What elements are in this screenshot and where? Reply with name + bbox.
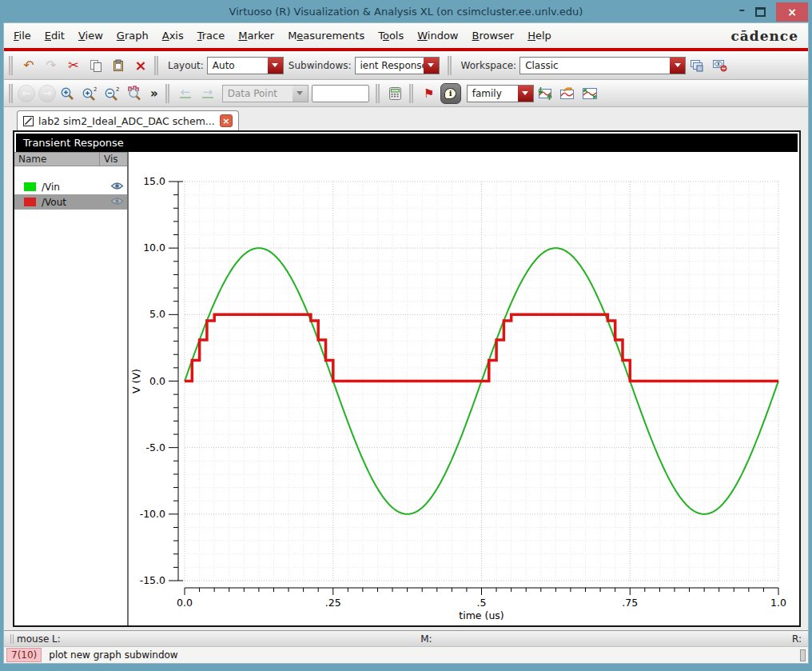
fit-view-icon[interactable]	[579, 83, 600, 104]
workspace-select[interactable]: Classic	[519, 57, 686, 74]
svg-text:1.0: 1.0	[770, 597, 786, 609]
signal-row-vout[interactable]: /Vout	[14, 194, 127, 210]
plot-region[interactable]: 15.010.05.00.0-5.0-10.0-15.00.0.25.5.751…	[129, 152, 799, 625]
menu-bar: FileEditViewGraphAxisTraceMarkerMeasurem…	[4, 23, 808, 48]
subwindows-value: ient Response	[356, 58, 424, 74]
swap-sweep-icon[interactable]	[535, 83, 555, 104]
delete-icon[interactable]: ×	[130, 55, 151, 76]
signal-panel-header: Name Vis	[14, 152, 127, 166]
svg-text:.25: .25	[325, 597, 341, 609]
toolbar-grip[interactable]	[376, 84, 380, 103]
zoom-waveform-icon[interactable]	[124, 83, 145, 104]
statusbar-grip	[10, 634, 14, 644]
layout-select[interactable]: Auto	[207, 57, 284, 74]
chevron-down-icon[interactable]	[424, 58, 439, 74]
minimize-button[interactable]: –	[739, 6, 746, 18]
svg-text:-15.0: -15.0	[140, 574, 165, 586]
subwindows-select[interactable]: ient Response	[355, 57, 440, 74]
mouse-right-label: R:	[792, 633, 802, 645]
signal-row-vin[interactable]: /Vin	[14, 179, 127, 194]
datapoint-input[interactable]	[312, 85, 369, 102]
svg-text:0.0: 0.0	[149, 375, 165, 387]
svg-text:-10.0: -10.0	[140, 508, 165, 520]
title-bar[interactable]: Virtuoso (R) Visualization & Analysis XL…	[0, 0, 812, 22]
visibility-eye-icon[interactable]	[110, 197, 124, 208]
visibility-eye-icon[interactable]	[110, 182, 124, 193]
graph-window: Transient Response Name Vis /Vin/Vout 15…	[13, 130, 801, 627]
svg-text:.5: .5	[477, 597, 487, 609]
chevron-down-icon	[293, 86, 308, 102]
flag-marker-icon[interactable]: ⚑	[419, 83, 440, 104]
chevron-down-icon[interactable]	[670, 58, 685, 74]
status-message: plot new graph subwindow	[49, 649, 177, 661]
chevron-down-icon[interactable]	[518, 86, 533, 102]
svg-text:0.0: 0.0	[177, 597, 193, 609]
undo-icon[interactable]: ↶	[18, 55, 39, 76]
menu-trace[interactable]: Trace	[197, 30, 225, 42]
datapoint-select: Data Point	[222, 85, 308, 102]
redo-icon[interactable]: ↷	[41, 55, 62, 76]
svg-text:-5.0: -5.0	[146, 441, 165, 453]
paste-icon[interactable]	[108, 55, 129, 76]
zoom-in-icon[interactable]	[57, 83, 78, 104]
column-name[interactable]: Name	[14, 153, 100, 166]
menu-help[interactable]: Help	[527, 30, 551, 42]
menu-axis[interactable]: Axis	[162, 30, 184, 42]
app-window: Virtuoso (R) Visualization & Analysis XL…	[0, 0, 812, 671]
menu-view[interactable]: View	[78, 30, 103, 42]
family-select[interactable]: family	[467, 85, 534, 102]
message-status-bar: 7(10) plot new graph subwindow	[4, 646, 808, 663]
mouse-left-label: mouse L:	[17, 633, 61, 645]
toolbar-grip[interactable]	[9, 56, 13, 75]
delete-workspace-icon[interactable]	[709, 55, 730, 76]
toolbar-grip[interactable]	[448, 56, 452, 75]
signal-color-swatch	[24, 182, 36, 191]
menu-graph[interactable]: Graph	[117, 30, 149, 42]
menu-edit[interactable]: Edit	[45, 30, 65, 42]
toolbar-grip[interactable]	[154, 56, 158, 75]
main-content: lab2 sim2_Ideal_ADC_DAC schem... × Trans…	[4, 107, 808, 630]
maximize-button[interactable]	[755, 7, 766, 17]
datapoint-value: Data Point	[223, 86, 293, 102]
previous-datapoint-icon[interactable]: ←	[175, 83, 196, 104]
mouse-status-bar: mouse L: M: R:	[4, 630, 808, 646]
window-title: Virtuoso (R) Visualization & Analysis XL…	[0, 6, 812, 18]
menu-tools[interactable]: Tools	[378, 30, 404, 42]
chevron-down-icon[interactable]	[268, 58, 283, 74]
toolbar-overflow-chevron[interactable]: »	[150, 86, 158, 101]
subwindows-label: Subwindows:	[289, 60, 352, 71]
toolbar-grip[interactable]	[409, 84, 413, 103]
toolbar-edit: ↶ ↷ ✂ × Layout: Auto Subwindows: ient Re…	[4, 51, 808, 80]
svg-text:time (us): time (us)	[459, 609, 504, 621]
save-workspace-icon[interactable]	[687, 55, 707, 76]
zoom-out-x2-icon[interactable]: 2	[102, 83, 122, 104]
menu-items: FileEditViewGraphAxisTraceMarkerMeasurem…	[14, 30, 551, 42]
close-button[interactable]: ×	[776, 2, 808, 22]
menu-measurements[interactable]: Measurements	[288, 30, 364, 42]
menu-browser[interactable]: Browser	[472, 30, 515, 42]
menu-window[interactable]: Window	[417, 30, 458, 42]
toolbar-zoom: ← → 2 2 » ← → Data Point	[4, 80, 808, 107]
calculator-icon[interactable]	[385, 83, 406, 104]
layout-label: Layout:	[168, 60, 204, 71]
signal-name: /Vin	[42, 182, 110, 193]
column-vis[interactable]: Vis	[100, 153, 127, 166]
tab-close-icon[interactable]: ×	[220, 114, 233, 127]
signal-name: /Vout	[42, 197, 110, 208]
info-label-icon[interactable]: i	[440, 83, 461, 104]
zoom-in-x2-icon[interactable]: 2	[79, 83, 100, 104]
refresh-plot-icon[interactable]	[557, 83, 578, 104]
status-scrollbar[interactable]	[800, 649, 806, 661]
cut-icon[interactable]: ✂	[63, 55, 84, 76]
transient-plot[interactable]: 15.010.05.00.0-5.0-10.0-15.00.0.25.5.751…	[129, 152, 799, 622]
toolbar-grip[interactable]	[9, 84, 13, 103]
forward-icon[interactable]: →	[38, 85, 56, 102]
signal-panel: Name Vis /Vin/Vout	[14, 152, 129, 625]
tab-lab2-sim2[interactable]: lab2 sim2_Ideal_ADC_DAC schem... ×	[17, 110, 239, 130]
back-icon[interactable]: ←	[18, 85, 35, 102]
menu-marker[interactable]: Marker	[238, 30, 274, 42]
next-datapoint-icon[interactable]: →	[197, 83, 218, 104]
menu-file[interactable]: File	[14, 30, 31, 42]
toolbar-grip[interactable]	[165, 84, 169, 103]
copy-icon[interactable]	[86, 55, 106, 76]
